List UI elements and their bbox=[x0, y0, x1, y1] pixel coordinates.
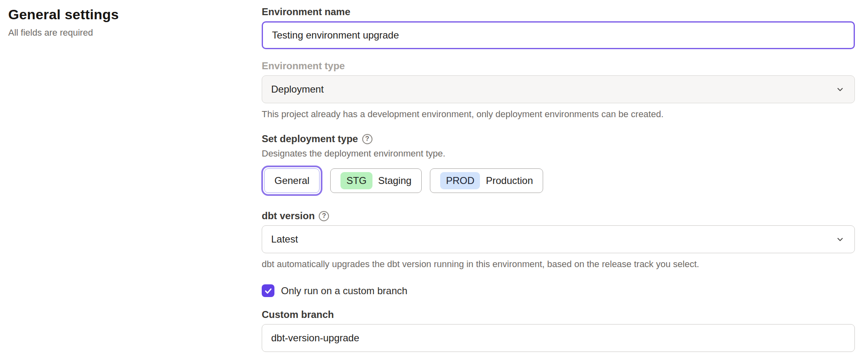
dbt-version-select[interactable]: Latest bbox=[262, 225, 855, 253]
environment-type-select: Deployment bbox=[262, 75, 855, 103]
deployment-option-staging[interactable]: STG Staging bbox=[330, 168, 422, 193]
deployment-option-general[interactable]: General bbox=[264, 168, 320, 193]
environment-type-helper: This project already has a development e… bbox=[262, 108, 855, 120]
staging-badge: STG bbox=[340, 172, 372, 189]
dbt-version-label-text: dbt version bbox=[262, 210, 315, 222]
dbt-version-label: dbt version ? bbox=[262, 210, 855, 222]
environment-name-input[interactable] bbox=[262, 21, 855, 49]
deployment-type-options: General STG Staging PROD Production bbox=[262, 166, 855, 196]
production-badge: PROD bbox=[440, 172, 480, 189]
checkmark-icon bbox=[264, 286, 273, 295]
deployment-type-helper: Designates the deployment environment ty… bbox=[262, 148, 855, 160]
deployment-type-label: Set deployment type ? bbox=[262, 133, 855, 145]
custom-branch-label: Custom branch bbox=[262, 309, 855, 321]
environment-name-label: Environment name bbox=[262, 6, 855, 18]
custom-branch-checkbox-label[interactable]: Only run on a custom branch bbox=[281, 285, 407, 297]
page-header: General settings All fields are required bbox=[8, 7, 119, 38]
page-title: General settings bbox=[8, 7, 119, 23]
chevron-down-icon bbox=[835, 84, 845, 95]
custom-branch-input[interactable] bbox=[262, 324, 855, 352]
help-icon[interactable]: ? bbox=[362, 134, 372, 144]
page-subtitle: All fields are required bbox=[8, 27, 119, 38]
general-settings-form: Environment name Environment type Deploy… bbox=[262, 6, 855, 352]
help-icon[interactable]: ? bbox=[319, 211, 329, 221]
deployment-type-label-text: Set deployment type bbox=[262, 133, 358, 145]
dbt-version-helper: dbt automatically upgrades the dbt versi… bbox=[262, 258, 855, 270]
chevron-down-icon bbox=[835, 234, 845, 245]
custom-branch-checkbox[interactable] bbox=[262, 284, 274, 297]
environment-type-value: Deployment bbox=[271, 84, 324, 95]
environment-type-label: Environment type bbox=[262, 60, 855, 72]
dbt-version-value: Latest bbox=[271, 234, 298, 245]
deployment-option-production-label: Production bbox=[486, 175, 533, 186]
custom-branch-checkbox-row: Only run on a custom branch bbox=[262, 284, 855, 297]
deployment-option-production[interactable]: PROD Production bbox=[430, 168, 543, 193]
deployment-option-general-label: General bbox=[274, 175, 309, 186]
deployment-option-staging-label: Staging bbox=[378, 175, 411, 186]
